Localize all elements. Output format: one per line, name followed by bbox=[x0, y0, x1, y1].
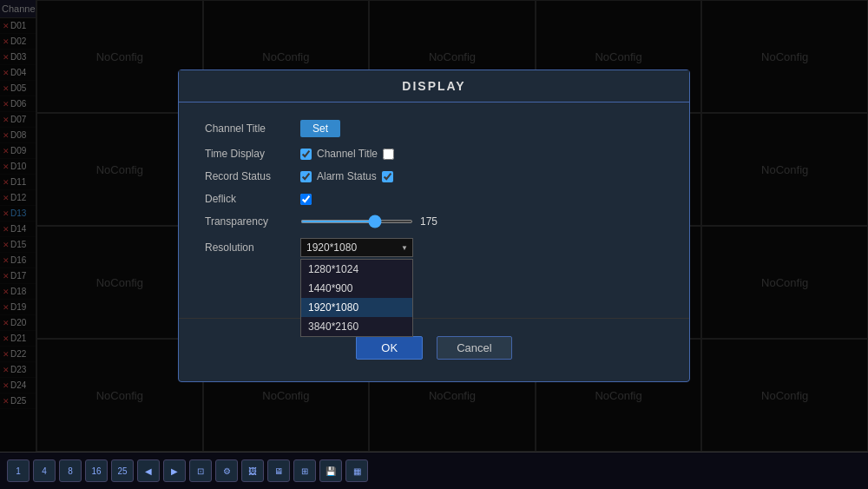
resolution-dropdown: 1280*10241440*9001920*10803840*2160 bbox=[300, 259, 413, 337]
resolution-option[interactable]: 1440*900 bbox=[301, 279, 412, 298]
time-display-label: Time Display bbox=[205, 148, 300, 160]
channel-title-check-label: Channel Title bbox=[317, 148, 378, 160]
taskbar-btn-6[interactable]: ▶ bbox=[163, 459, 186, 482]
transparency-value: 175 bbox=[420, 215, 444, 228]
transparency-slider[interactable] bbox=[300, 220, 413, 223]
time-display-checkbox[interactable] bbox=[300, 149, 312, 160]
taskbar-btn-7[interactable]: ⊡ bbox=[189, 459, 212, 482]
taskbar-btn-3[interactable]: 16 bbox=[85, 459, 108, 482]
taskbar-btn-5[interactable]: ◀ bbox=[137, 459, 160, 482]
resolution-current-value: 1920*1080 bbox=[306, 241, 357, 254]
taskbar-btn-9[interactable]: 🖼 bbox=[241, 459, 264, 482]
time-display-row: Time Display Channel Title bbox=[205, 148, 663, 160]
resolution-option[interactable]: 1280*1024 bbox=[301, 260, 412, 279]
tour-row: Tour bbox=[205, 271, 663, 290]
alarm-status-checkbox[interactable] bbox=[382, 171, 393, 182]
dialog-title: DISPLAY bbox=[179, 70, 689, 102]
taskbar-btn-11[interactable]: ⊞ bbox=[293, 459, 316, 482]
taskbar-btn-4[interactable]: 25 bbox=[111, 459, 134, 482]
dialog-overlay: DISPLAY Channel Title Set Time Display C… bbox=[0, 0, 868, 452]
taskbar: 1481625◀▶⊡⚙🖼🖥⊞💾▦ bbox=[0, 452, 868, 489]
record-status-row: Record Status Alarm Status bbox=[205, 170, 663, 182]
record-status-checkbox[interactable] bbox=[300, 171, 312, 182]
channel-title-control: Set bbox=[300, 120, 340, 137]
transparency-slider-container: 175 bbox=[300, 215, 444, 228]
resolution-option[interactable]: 3840*2160 bbox=[301, 317, 412, 336]
taskbar-btn-10[interactable]: 🖥 bbox=[267, 459, 290, 482]
record-status-control: Alarm Status bbox=[300, 170, 393, 182]
cancel-button[interactable]: Cancel bbox=[437, 336, 511, 360]
dialog-body: Channel Title Set Time Display Channel T… bbox=[179, 102, 689, 318]
display-dialog: DISPLAY Channel Title Set Time Display C… bbox=[178, 69, 690, 382]
transparency-row: Transparency 175 bbox=[205, 215, 663, 228]
taskbar-btn-13[interactable]: ▦ bbox=[345, 459, 368, 482]
deflick-label: Deflick bbox=[205, 193, 300, 205]
channel-title-checkbox-2[interactable] bbox=[383, 149, 394, 160]
taskbar-btn-12[interactable]: 💾 bbox=[319, 459, 342, 482]
resolution-row: Resolution 1920*1080 1280*10241440*90019… bbox=[205, 238, 663, 257]
taskbar-btn-2[interactable]: 8 bbox=[59, 459, 82, 482]
taskbar-btn-0[interactable]: 1 bbox=[7, 459, 30, 482]
resolution-label: Resolution bbox=[205, 241, 300, 254]
deflick-checkbox[interactable] bbox=[300, 194, 312, 205]
taskbar-btn-8[interactable]: ⚙ bbox=[215, 459, 238, 482]
time-display-control: Channel Title bbox=[300, 148, 394, 160]
dialog-footer: OK Cancel bbox=[179, 318, 689, 377]
resolution-select[interactable]: 1920*1080 bbox=[300, 238, 413, 257]
transparency-label: Transparency bbox=[205, 215, 300, 228]
alarm-status-label: Alarm Status bbox=[317, 170, 377, 182]
channel-title-row: Channel Title Set bbox=[205, 120, 663, 137]
resolution-option[interactable]: 1920*1080 bbox=[301, 298, 412, 317]
channel-title-label: Channel Title bbox=[205, 122, 300, 135]
record-status-label: Record Status bbox=[205, 170, 300, 182]
deflick-control bbox=[300, 194, 312, 205]
resolution-dropdown-wrapper: 1920*1080 1280*10241440*9001920*10803840… bbox=[300, 238, 413, 257]
ok-button[interactable]: OK bbox=[356, 336, 423, 360]
set-button[interactable]: Set bbox=[300, 120, 340, 137]
taskbar-btn-1[interactable]: 4 bbox=[33, 459, 56, 482]
deflick-row: Deflick bbox=[205, 193, 663, 205]
